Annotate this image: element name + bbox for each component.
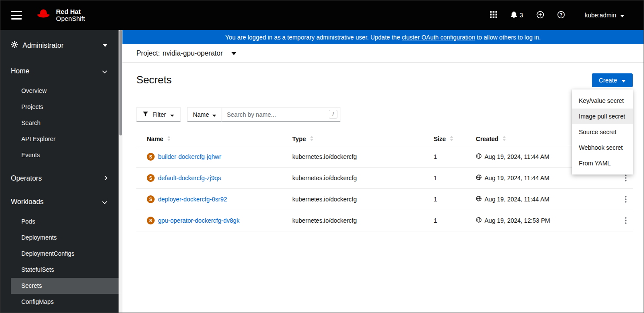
sidebar-scrollbar[interactable] xyxy=(119,30,122,313)
table-row: Sdeployer-dockercfg-8sr92 kubernetes.io/… xyxy=(136,189,633,210)
sidebar-item-pods[interactable]: Pods xyxy=(11,214,119,230)
scrollbar-thumb[interactable] xyxy=(119,30,122,135)
sidebar-item-api-explorer[interactable]: API Explorer xyxy=(11,131,119,147)
globe-icon xyxy=(476,217,482,224)
globe-icon xyxy=(476,196,482,203)
page-title: Secrets xyxy=(136,73,172,86)
notifications-button[interactable]: 3 xyxy=(510,11,523,20)
secret-created: Aug 19, 2024, 11:44 AM xyxy=(485,175,549,181)
secret-created: Aug 19, 2024, 12:53 PM xyxy=(485,217,550,224)
question-circle-icon: ? xyxy=(557,11,565,20)
brand-line1: Red Hat xyxy=(56,8,85,15)
globe-icon xyxy=(476,175,482,181)
plus-circle-icon xyxy=(536,11,544,20)
perspective-switcher[interactable]: Administrator xyxy=(0,30,119,59)
filter-attribute-select[interactable]: Name xyxy=(187,107,222,122)
notification-count: 3 xyxy=(520,12,523,19)
app-launcher-button[interactable] xyxy=(490,11,497,20)
create-button[interactable]: Create xyxy=(592,73,633,87)
menu-item-image-pull-secret[interactable]: Image pull secret xyxy=(572,109,633,124)
project-value: nvidia-gpu-operator xyxy=(162,49,223,57)
oauth-configuration-link[interactable]: cluster OAuth configuration xyxy=(402,34,475,41)
search-input[interactable] xyxy=(222,107,340,122)
create-dropdown-menu: Key/value secret Image pull secret Sourc… xyxy=(572,89,633,175)
main-content: You are logged in as a temporary adminis… xyxy=(122,30,644,313)
nav-group-workloads[interactable]: Workloads xyxy=(0,190,119,214)
red-hat-logo-icon xyxy=(35,8,52,22)
table-row: Sbuilder-dockercfg-jqhwr kubernetes.io/d… xyxy=(136,146,633,168)
sidebar-nav: Home Overview Projects Search API Explor… xyxy=(0,59,119,310)
help-button[interactable]: ? xyxy=(557,11,565,20)
row-kebab-button[interactable] xyxy=(621,215,631,226)
brand-logo: Red Hat OpenShift xyxy=(35,8,85,22)
secret-created: Aug 19, 2024, 11:44 AM xyxy=(485,196,549,203)
banner-text-prefix: You are logged in as a temporary adminis… xyxy=(225,34,402,41)
openshift-console: Red Hat OpenShift xyxy=(0,0,644,313)
secret-size: 1 xyxy=(427,210,469,231)
project-label: Project: xyxy=(136,49,160,57)
nav-group-home[interactable]: Home xyxy=(0,59,119,83)
secret-badge-icon: S xyxy=(147,195,155,203)
secret-type: kubernetes.io/dockercfg xyxy=(285,168,427,189)
chevron-down-icon xyxy=(102,198,107,206)
menu-item-from-yaml[interactable]: From YAML xyxy=(572,155,633,171)
user-menu-button[interactable]: kube:admin xyxy=(585,12,624,19)
secrets-table: Name Type Size Created Sbuilder-dockercf… xyxy=(136,132,633,231)
secret-badge-icon: S xyxy=(147,217,155,224)
gear-icon xyxy=(11,41,18,50)
secret-link[interactable]: gpu-operator-dockercfg-dv8gk xyxy=(158,217,240,224)
secret-badge-icon: S xyxy=(147,153,155,161)
sidebar-item-overview[interactable]: Overview xyxy=(11,83,119,99)
grid-icon xyxy=(490,11,497,20)
sidebar-item-events[interactable]: Events xyxy=(11,147,119,163)
menu-item-webhook-secret[interactable]: Webhook secret xyxy=(572,140,633,155)
import-yaml-button[interactable] xyxy=(536,11,544,20)
caret-down-icon xyxy=(231,52,236,55)
nav-toggle-button[interactable] xyxy=(11,11,22,20)
nav-group-operators[interactable]: Operators xyxy=(0,167,119,190)
caret-down-icon xyxy=(621,77,626,84)
chevron-down-icon xyxy=(102,67,107,76)
caret-down-icon xyxy=(212,111,216,118)
sidebar-item-statefulsets[interactable]: StatefulSets xyxy=(11,262,119,278)
sort-icon xyxy=(502,135,506,142)
login-notice-banner: You are logged in as a temporary adminis… xyxy=(122,30,644,44)
sort-icon xyxy=(310,135,314,142)
caret-down-icon xyxy=(103,44,107,47)
secret-size: 1 xyxy=(427,189,469,210)
search-box: / xyxy=(222,107,340,122)
caret-down-icon xyxy=(620,12,624,19)
menu-item-source-secret[interactable]: Source secret xyxy=(572,124,633,140)
project-selector[interactable]: Project: nvidia-gpu-operator xyxy=(122,44,644,63)
svg-text:?: ? xyxy=(560,12,562,17)
nav-group-label: Workloads xyxy=(11,198,43,206)
table-row: Sgpu-operator-dockercfg-dv8gk kubernetes… xyxy=(136,210,633,231)
secrets-page: Secrets Create Key/value secret Image pu… xyxy=(122,63,644,313)
menu-item-key-value-secret[interactable]: Key/value secret xyxy=(572,93,633,109)
row-kebab-button[interactable] xyxy=(621,194,631,204)
secret-created: Aug 19, 2024, 11:44 AM xyxy=(485,153,549,160)
column-header-type[interactable]: Type xyxy=(285,132,427,146)
list-toolbar: Filter Name / xyxy=(136,107,633,122)
sidebar-item-deployments[interactable]: Deployments xyxy=(11,230,119,246)
sidebar-item-projects[interactable]: Projects xyxy=(11,99,119,115)
secret-link[interactable]: deployer-dockercfg-8sr92 xyxy=(158,196,227,203)
chevron-right-icon xyxy=(104,174,107,183)
secret-type: kubernetes.io/dockercfg xyxy=(285,189,427,210)
sidebar: Administrator Home Overview Projects xyxy=(0,30,119,313)
banner-text-suffix: to allow others to log in. xyxy=(475,34,541,41)
nav-group-label: Home xyxy=(11,67,30,76)
sidebar-item-deploymentconfigs[interactable]: DeploymentConfigs xyxy=(11,246,119,262)
sidebar-item-configmaps[interactable]: ConfigMaps xyxy=(11,294,119,310)
column-header-size[interactable]: Size xyxy=(427,132,469,146)
sidebar-item-secrets[interactable]: Secrets xyxy=(11,278,119,294)
shortcut-hint: / xyxy=(329,110,337,119)
secret-size: 1 xyxy=(427,168,469,189)
masthead: Red Hat OpenShift xyxy=(0,0,644,30)
filter-button[interactable]: Filter xyxy=(136,107,181,122)
column-header-name[interactable]: Name xyxy=(136,132,285,146)
sidebar-item-search[interactable]: Search xyxy=(11,115,119,131)
globe-icon xyxy=(476,153,482,160)
secret-link[interactable]: default-dockercfg-zj9qs xyxy=(158,175,221,181)
secret-link[interactable]: builder-dockercfg-jqhwr xyxy=(158,153,221,160)
